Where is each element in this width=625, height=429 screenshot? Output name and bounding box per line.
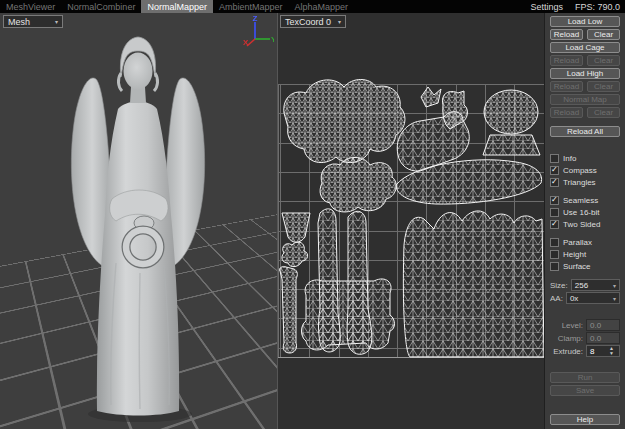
- reload-all-button[interactable]: Reload All: [550, 126, 620, 137]
- chevron-down-icon: ▾: [338, 18, 341, 25]
- size-dropdown[interactable]: 256 ▾: [571, 279, 620, 291]
- size-dropdown-value: 256: [575, 281, 588, 290]
- run-button[interactable]: Run: [550, 372, 620, 383]
- checkbox-label: Use 16-bit: [563, 208, 599, 217]
- level-row: Level: 0.0: [550, 319, 620, 331]
- clamp-label: Clamp:: [550, 334, 583, 343]
- checkbox-box[interactable]: [550, 154, 559, 163]
- top-tab-bar: MeshViewer NormalCombiner NormalMapper A…: [0, 0, 625, 13]
- settings-button[interactable]: Settings: [530, 2, 563, 12]
- clamp-value: 0.0: [590, 333, 601, 344]
- checkbox-seamless[interactable]: Seamless: [550, 195, 620, 206]
- tab-meshviewer[interactable]: MeshViewer: [0, 0, 61, 13]
- fps-counter: FPS: 790.0: [575, 2, 620, 12]
- checkbox-box[interactable]: [550, 262, 559, 271]
- aa-label: AA:: [550, 294, 563, 303]
- checkbox-box[interactable]: [550, 220, 559, 229]
- checkbox-label: Triangles: [563, 178, 596, 187]
- chevron-down-icon: ▾: [613, 282, 616, 289]
- axis-z-label: Z: [253, 14, 258, 23]
- reload-low-button[interactable]: Reload: [550, 29, 583, 40]
- checkbox-height[interactable]: Height: [550, 249, 620, 260]
- extrude-row: Extrude: 8 ▲▼: [550, 345, 620, 357]
- stepper-arrows-icon[interactable]: ▲▼: [607, 346, 616, 356]
- texcoord-dropdown-value: TexCoord 0: [285, 17, 331, 27]
- chevron-down-icon: ▾: [55, 18, 58, 25]
- checkbox-two-sided[interactable]: Two Sided: [550, 219, 620, 230]
- level-label: Level:: [550, 321, 583, 330]
- checkbox-use-16bit[interactable]: Use 16-bit: [550, 207, 620, 218]
- 3d-viewport[interactable]: Mesh ▾ Z Y X: [0, 13, 278, 429]
- load-high-button[interactable]: Load High: [550, 68, 620, 79]
- mesh-dropdown-value: Mesh: [8, 17, 30, 27]
- size-row: Size: 256 ▾: [550, 279, 620, 291]
- axis-y-label: Y: [271, 35, 274, 44]
- chevron-down-icon: ▾: [613, 295, 616, 302]
- checkbox-label: Compass: [563, 166, 597, 175]
- tool-panel: Load Low Reload Clear Load Cage Reload C…: [544, 13, 625, 429]
- size-label: Size:: [550, 281, 568, 290]
- aa-row: AA: 0x ▾: [550, 292, 620, 304]
- extrude-stepper[interactable]: 8 ▲▼: [586, 345, 620, 357]
- uv-viewport[interactable]: TexCoord 0 ▾: [278, 13, 544, 429]
- tab-ambientmapper[interactable]: AmbientMapper: [213, 0, 289, 13]
- save-button[interactable]: Save: [550, 385, 620, 396]
- checkbox-label: Parallax: [563, 238, 592, 247]
- clear-cage-button[interactable]: Clear: [587, 55, 620, 66]
- tab-alphamapper[interactable]: AlphaMapper: [288, 0, 354, 13]
- aa-dropdown[interactable]: 0x ▾: [566, 292, 620, 304]
- checkbox-label: Info: [563, 154, 576, 163]
- checkbox-compass[interactable]: Compass: [550, 165, 620, 176]
- load-low-button[interactable]: Load Low: [550, 16, 620, 27]
- load-cage-button[interactable]: Load Cage: [550, 42, 620, 53]
- axis-gizmo-icon: Z Y X: [242, 14, 274, 50]
- tab-normalcombiner[interactable]: NormalCombiner: [61, 0, 141, 13]
- reload-high-button[interactable]: Reload: [550, 81, 583, 92]
- checkbox-parallax[interactable]: Parallax: [550, 237, 620, 248]
- level-value: 0.0: [590, 320, 601, 331]
- clear-low-button[interactable]: Clear: [587, 29, 620, 40]
- extrude-value: 8: [590, 346, 594, 357]
- checkbox-box[interactable]: [550, 238, 559, 247]
- checkbox-label: Seamless: [563, 196, 598, 205]
- angel-statue-model[interactable]: [0, 13, 277, 429]
- checkbox-label: Surface: [563, 262, 591, 271]
- checkbox-box[interactable]: [550, 208, 559, 217]
- checkbox-box[interactable]: [550, 178, 559, 187]
- checkbox-box[interactable]: [550, 196, 559, 205]
- checkbox-label: Height: [563, 250, 586, 259]
- checkbox-box[interactable]: [550, 250, 559, 259]
- clamp-input[interactable]: 0.0: [586, 332, 620, 344]
- clear-high-button[interactable]: Clear: [587, 81, 620, 92]
- extrude-label: Extrude:: [550, 347, 583, 356]
- clear-normalmap-button[interactable]: Clear: [587, 107, 620, 118]
- tab-normalmapper[interactable]: NormalMapper: [141, 0, 213, 13]
- uv-islands-wireframe: [278, 13, 544, 429]
- mesh-dropdown[interactable]: Mesh ▾: [3, 15, 63, 28]
- texcoord-dropdown[interactable]: TexCoord 0 ▾: [280, 15, 346, 28]
- normal-map-button[interactable]: Normal Map: [550, 94, 620, 105]
- reload-normalmap-button[interactable]: Reload: [550, 107, 583, 118]
- reload-cage-button[interactable]: Reload: [550, 55, 583, 66]
- help-button[interactable]: Help: [550, 414, 620, 425]
- clamp-row: Clamp: 0.0: [550, 332, 620, 344]
- level-input[interactable]: 0.0: [586, 319, 620, 331]
- checkbox-triangles[interactable]: Triangles: [550, 177, 620, 188]
- checkbox-surface[interactable]: Surface: [550, 261, 620, 272]
- aa-dropdown-value: 0x: [570, 294, 578, 303]
- checkbox-box[interactable]: [550, 166, 559, 175]
- checkbox-label: Two Sided: [563, 220, 600, 229]
- axis-x-label: X: [243, 38, 249, 47]
- checkbox-info[interactable]: Info: [550, 153, 620, 164]
